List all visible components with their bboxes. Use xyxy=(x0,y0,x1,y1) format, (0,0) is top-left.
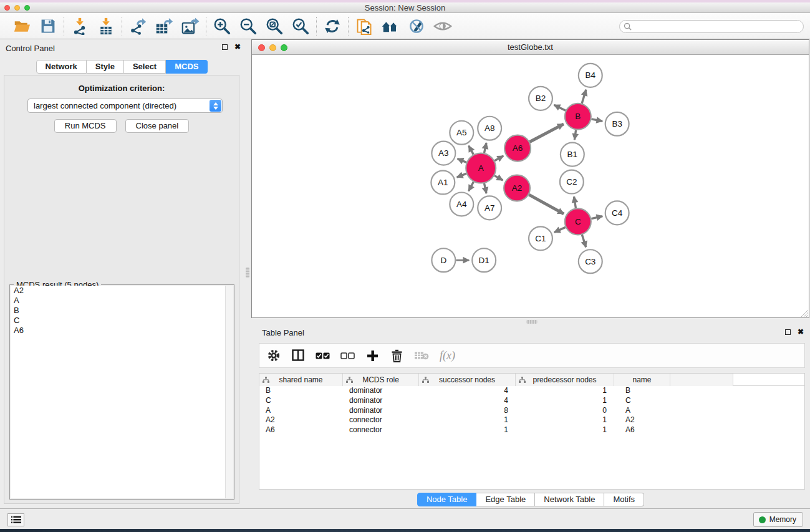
edge-A-A5[interactable] xyxy=(469,146,474,155)
cell[interactable]: A2 xyxy=(614,415,670,425)
node-A4[interactable]: A4 xyxy=(450,192,473,216)
node-D[interactable]: D xyxy=(432,248,455,272)
open-session-icon[interactable] xyxy=(12,17,31,36)
edge-C-C2[interactable] xyxy=(574,196,576,208)
cell[interactable]: dominator xyxy=(343,386,419,396)
zoom-in-icon[interactable] xyxy=(213,17,231,36)
add-row-icon[interactable] xyxy=(365,348,379,363)
table-row[interactable]: A6connector11A6 xyxy=(259,425,804,435)
node-B4[interactable]: B4 xyxy=(579,64,602,87)
splitter-grip[interactable] xyxy=(526,320,538,324)
cell[interactable]: 1 xyxy=(516,415,614,425)
tab-network[interactable]: Network xyxy=(36,60,87,74)
column-header-shared-name[interactable]: shared name xyxy=(259,374,343,386)
float-panel-icon[interactable] xyxy=(222,44,228,50)
settings-gear-icon[interactable] xyxy=(267,348,281,363)
save-session-icon[interactable] xyxy=(39,17,57,36)
close-panel-button[interactable]: Close panel xyxy=(125,119,190,133)
edge-B-B4[interactable] xyxy=(582,90,586,104)
show-column-icon[interactable] xyxy=(291,348,305,363)
zoom-out-icon[interactable] xyxy=(239,17,258,36)
node-B2[interactable]: B2 xyxy=(529,87,552,110)
cell[interactable]: A6 xyxy=(259,425,343,435)
cell[interactable]: B xyxy=(259,386,343,396)
clone-network-icon[interactable] xyxy=(355,17,374,36)
tab-select[interactable]: Select xyxy=(124,60,166,74)
node-A6[interactable]: A6 xyxy=(504,135,531,162)
edge-C-C1[interactable] xyxy=(554,227,566,232)
node-C3[interactable]: C3 xyxy=(579,249,602,273)
cell[interactable]: dominator xyxy=(343,406,419,416)
export-network-icon[interactable] xyxy=(128,17,147,36)
delete-row-icon[interactable] xyxy=(390,348,403,363)
table-row[interactable]: Cdominator41C xyxy=(259,396,804,406)
resize-grip-icon[interactable] xyxy=(799,308,808,317)
cell[interactable]: 4 xyxy=(419,386,516,396)
node-B3[interactable]: B3 xyxy=(605,112,629,136)
result-item[interactable]: A xyxy=(11,296,233,306)
float-table-panel-icon[interactable] xyxy=(785,329,791,335)
edge-C-C3[interactable] xyxy=(582,235,586,247)
column-header-successor-nodes[interactable]: successor nodes xyxy=(419,374,516,386)
edge-A-A2[interactable] xyxy=(494,176,503,180)
tab-edge-table[interactable]: Edge Table xyxy=(476,493,535,506)
node-A8[interactable]: A8 xyxy=(478,117,501,140)
cell[interactable]: connector xyxy=(343,415,419,425)
cell[interactable]: 1 xyxy=(516,396,614,406)
column-header-predecessor-nodes[interactable]: predecessor nodes xyxy=(516,374,614,386)
run-mcds-button[interactable]: Run MCDS xyxy=(54,119,117,133)
node-A2[interactable]: A2 xyxy=(504,175,530,201)
refresh-icon[interactable] xyxy=(323,17,342,36)
result-scrollbar[interactable] xyxy=(225,286,233,498)
export-table-icon[interactable] xyxy=(155,17,173,36)
node-C[interactable]: C xyxy=(565,208,591,235)
import-table-icon[interactable] xyxy=(97,17,115,36)
node-B[interactable]: B xyxy=(565,104,591,130)
column-header-MCDS-role[interactable]: MCDS role xyxy=(343,374,419,386)
node-A1[interactable]: A1 xyxy=(431,171,455,195)
result-item[interactable]: B xyxy=(11,306,233,316)
cell[interactable]: A xyxy=(614,406,670,416)
cell[interactable]: dominator xyxy=(343,396,419,406)
node-A[interactable]: A xyxy=(466,153,496,183)
edge-B-B1[interactable] xyxy=(574,130,576,139)
tab-network-table[interactable]: Network Table xyxy=(535,493,604,506)
edge-A2-C[interactable] xyxy=(529,195,564,214)
node-B1[interactable]: B1 xyxy=(561,143,584,167)
edge-A-A4[interactable] xyxy=(469,182,474,191)
cell[interactable]: A xyxy=(259,406,343,416)
result-item[interactable]: A6 xyxy=(11,326,233,336)
node-C1[interactable]: C1 xyxy=(529,226,552,250)
cell[interactable]: B xyxy=(614,386,670,396)
result-item[interactable]: A2 xyxy=(11,286,233,296)
zoom-fit-icon[interactable] xyxy=(265,17,284,36)
import-network-icon[interactable] xyxy=(70,17,89,36)
network-graph[interactable]: AA1A3A5A8A4A7A6A2BB1B2B3B4CC1C2C3C4DD1 xyxy=(252,56,809,317)
cell[interactable]: A2 xyxy=(259,415,343,425)
tab-mcds[interactable]: MCDS xyxy=(166,60,208,74)
tab-style[interactable]: Style xyxy=(87,60,124,74)
cell[interactable]: C xyxy=(259,396,343,406)
node-D1[interactable]: D1 xyxy=(472,248,496,272)
cell[interactable]: 1 xyxy=(419,415,516,425)
cell[interactable]: A6 xyxy=(614,425,670,435)
cell[interactable]: C xyxy=(614,396,670,406)
vertical-splitter[interactable] xyxy=(244,39,251,508)
table-row[interactable]: A2connector11A2 xyxy=(259,415,804,425)
cell[interactable]: 1 xyxy=(516,425,614,435)
result-item[interactable]: C xyxy=(11,316,233,326)
horizontal-splitter[interactable] xyxy=(251,318,810,326)
zoom-selected-icon[interactable] xyxy=(291,17,310,36)
edge-C-C4[interactable] xyxy=(591,216,602,219)
column-header-name[interactable]: name xyxy=(614,374,670,386)
node-A5[interactable]: A5 xyxy=(450,121,473,145)
task-history-button[interactable] xyxy=(7,513,24,526)
home-icon[interactable] xyxy=(381,17,400,36)
edge-A-A3[interactable] xyxy=(458,159,466,163)
node-A7[interactable]: A7 xyxy=(478,196,501,220)
edge-A-A6[interactable] xyxy=(494,156,503,161)
edge-A6-B[interactable] xyxy=(529,124,563,142)
memory-button[interactable]: Memory xyxy=(753,512,803,527)
show-hide-icon[interactable] xyxy=(433,17,452,36)
node-A3[interactable]: A3 xyxy=(432,142,455,165)
